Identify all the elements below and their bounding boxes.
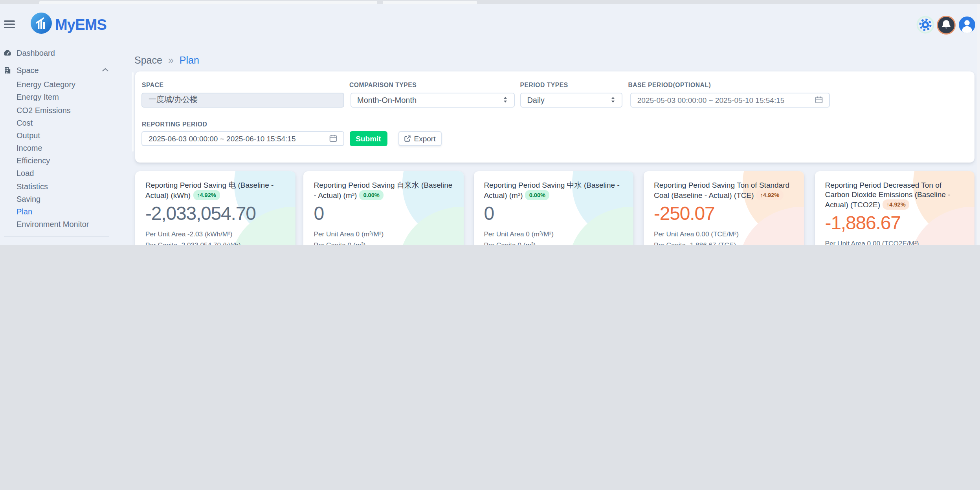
sidebar-item-space[interactable]: Space [0,64,110,76]
stat-card-badge: 0.00% [525,190,549,200]
submit-button[interactable]: Submit [350,131,387,146]
space-input[interactable]: 一度城/办公楼 [141,92,344,107]
sidebar-subitem-energy-category[interactable]: Energy Category [17,80,75,89]
stat-card: Reporting Period Decreased Ton of Carbon… [815,172,975,245]
stat-card: Reporting Period Saving Ton of Standard … [644,172,804,245]
stat-card: Reporting Period Saving 中水 (Baseline - A… [473,172,633,245]
space-label: SPACE [142,82,164,89]
sidebar-subitem-output[interactable]: Output [17,131,40,140]
stat-card-badge: ↑4.92% [883,199,910,210]
reporting-period-input[interactable]: 2025-06-03 00:00:00 ~ 2025-06-10 15:54:1… [141,131,344,146]
sidebar-subitem-load[interactable]: Load [17,169,34,178]
stat-card-per-capita: Per Capita -1,886.67 (TCE) [654,241,793,245]
browser-tab[interactable] [39,1,377,4]
hamburger-menu-button[interactable] [4,20,15,28]
breadcrumb-separator: » [165,55,177,66]
stat-card-value: -250.07 [654,203,793,225]
base-period-input[interactable]: 2025-05-03 00:00:00 ~ 2025-05-10 15:54:1… [630,92,830,107]
stat-card: Reporting Period Saving 自来水 (Baseline - … [304,172,464,245]
stat-card-title: Reporting Period Decreased Ton of Carbon… [825,181,965,210]
stat-card-per-unit-area: Per Unit Area 0 (m³/M²) [484,230,623,238]
base-period-label: BASE PERIOD(OPTIONAL) [628,82,711,89]
stat-card-per-unit-area: Per Unit Area 0.00 (TCE/M²) [654,230,793,238]
breadcrumb-space[interactable]: Space [134,55,162,66]
stat-card-title: Reporting Period Saving 自来水 (Baseline - … [314,181,453,200]
sidebar-subitem-energy-item[interactable]: Energy Item [17,93,59,102]
sidebar-scrollbar[interactable] [132,72,133,152]
stat-card-badge: ↑4.92% [756,190,783,200]
period-types-select[interactable]: Daily [520,92,622,107]
period-types-label: PERIOD TYPES [520,82,568,89]
page-scrollbar[interactable] [977,4,980,245]
sidebar-item-dashboard[interactable]: Dashboard [0,46,110,59]
stat-card-per-unit-area: Per Unit Area 0.00 (TCO2E/M²) [825,240,965,245]
sidebar-subitem-saving[interactable]: Saving [17,194,40,203]
reporting-period-label: REPORTING PERIOD [142,121,207,128]
browser-chrome-strip [0,0,980,4]
user-avatar-button[interactable] [959,16,975,33]
stat-card-value: -2,033,054.70 [145,203,285,225]
stat-card-per-unit-area: Per Unit Area -2.03 (kWh/M²) [145,230,285,238]
sidebar-subitem-environment-monitor[interactable]: Environment Monitor [17,220,89,229]
stat-card-badge: ↑4.92% [193,190,220,200]
chevron-up-icon [102,68,108,72]
stat-card-per-unit-area: Per Unit Area 0 (m³/M²) [314,230,453,238]
sidebar-subitem-efficiency[interactable]: Efficiency [17,156,50,165]
sidebar-subitem-statistics[interactable]: Statistics [17,182,48,190]
stat-card-per-capita: Per Capita 0 (m³) [314,241,453,245]
sidebar-subitem-cost[interactable]: Cost [17,119,33,127]
filter-form-card: SPACE 一度城/办公楼 COMPARISON TYPES Month-On-… [135,71,974,163]
export-button[interactable]: Export [398,131,441,146]
sidebar-subitem-co2-emissions[interactable]: CO2 Emissions [17,106,71,114]
stat-card-value: 0 [484,203,623,225]
stat-card-badge: 0.00% [359,190,383,200]
stat-card-per-capita: Per Capita -2,033,054.70 (kWh) [145,241,285,245]
export-icon [404,135,411,142]
building-icon [3,66,12,74]
app-root: MyEMS DashboardSpaceEnergy CategoryEnerg… [0,0,980,245]
comparison-types-label: COMPARISON TYPES [349,82,417,89]
stat-card-title: Reporting Period Saving Ton of Standard … [654,181,793,200]
stat-card: Reporting Period Saving 电 (Baseline - Ac… [135,172,295,245]
sidebar-subitem-income[interactable]: Income [17,144,42,152]
myems-logo-icon[interactable] [31,12,52,33]
stat-card-title: Reporting Period Saving 电 (Baseline - Ac… [145,181,285,200]
stat-card-per-capita: Per Capita 0 (m³) [484,241,623,245]
notifications-bell-button[interactable] [937,15,956,34]
brand-name[interactable]: MyEMS [55,16,106,34]
settings-gear-button[interactable] [916,16,934,34]
gauge-icon [3,48,12,57]
comparison-types-select[interactable]: Month-On-Month [350,92,515,107]
stat-card-value: -1,886.67 [825,212,965,234]
breadcrumb-plan[interactable]: Plan [180,55,199,66]
stat-card-value: 0 [314,203,453,225]
browser-tab[interactable] [383,1,477,4]
stat-card-title: Reporting Period Saving 中水 (Baseline - A… [484,181,623,200]
breadcrumb: Space » Plan [134,55,199,66]
sidebar-subitem-plan[interactable]: Plan [17,207,32,216]
